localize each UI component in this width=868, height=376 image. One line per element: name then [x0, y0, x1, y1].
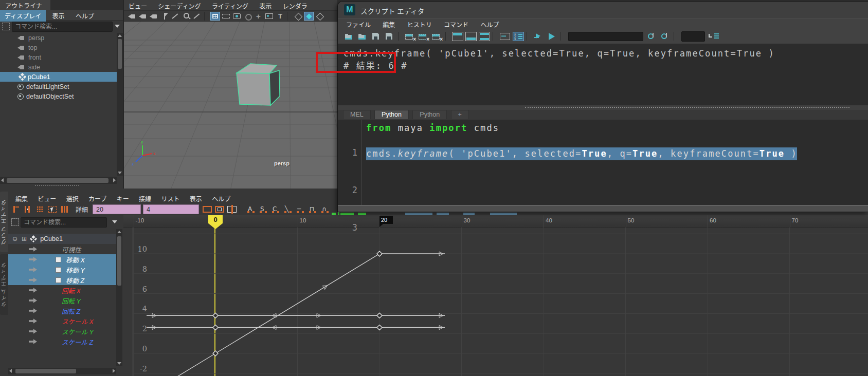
- tab-python-2[interactable]: Python: [412, 110, 447, 119]
- pen-icon[interactable]: [171, 12, 180, 21]
- channel-スケール Z[interactable]: スケール Z: [8, 336, 116, 347]
- code-line-2[interactable]: [366, 135, 868, 147]
- menu-help[interactable]: ヘルプ: [208, 193, 234, 204]
- tab-mel[interactable]: MEL: [343, 110, 371, 119]
- chevron-down-icon[interactable]: [115, 25, 120, 28]
- insert-key-icon[interactable]: [23, 205, 33, 214]
- menu-edit[interactable]: 編集: [11, 193, 32, 204]
- image-plane-icon[interactable]: [264, 12, 274, 21]
- tree-horizontal-scrollbar[interactable]: [8, 368, 116, 374]
- outliner-item-front[interactable]: front: [0, 52, 117, 62]
- outliner-item-defaultLightSet[interactable]: defaultLightSet: [0, 82, 117, 91]
- menu-help[interactable]: ヘルプ: [71, 10, 99, 22]
- curve-view[interactable]: [123, 228, 868, 376]
- spline-tangent-icon[interactable]: [259, 205, 269, 214]
- save-selected-icon[interactable]: [384, 32, 395, 41]
- key-pin-icon[interactable]: [29, 267, 37, 272]
- auto-tangent-icon[interactable]: [246, 205, 257, 214]
- move-key-icon[interactable]: [10, 205, 21, 214]
- filter-icon[interactable]: [2, 23, 10, 30]
- flat-tangent-icon[interactable]: [296, 205, 306, 214]
- tab-time-editor[interactable]: タイム エディタ: [0, 254, 8, 315]
- pane-splitter[interactable]: [338, 105, 868, 110]
- window-titlebar[interactable]: M スクリプト エディタ: [338, 2, 868, 18]
- tab-graph-editor[interactable]: グラフ エディタ: [0, 192, 8, 252]
- outliner-horizontal-scrollbar[interactable]: [0, 177, 117, 184]
- outliner-item-defaultObjectSet[interactable]: defaultObjectSet: [0, 91, 117, 101]
- stat-value-field[interactable]: [143, 204, 199, 214]
- scroll-right-icon[interactable]: [113, 178, 116, 182]
- grid-icon[interactable]: [210, 12, 220, 21]
- channel-移動 Y[interactable]: 移動 Y: [8, 265, 116, 275]
- time-ruler[interactable]: -10103040506070: [123, 215, 868, 228]
- region-select-icon[interactable]: [47, 205, 58, 214]
- clear-all-icon[interactable]: [431, 32, 443, 41]
- camera-icon[interactable]: [128, 12, 137, 21]
- tab-new[interactable]: +: [451, 110, 469, 119]
- key-pin-icon[interactable]: [29, 288, 37, 293]
- key-pin-icon[interactable]: [29, 339, 37, 344]
- outliner-item-pCube1[interactable]: pCube1: [0, 72, 117, 82]
- scrollbar-handle[interactable]: [7, 178, 109, 183]
- show-both-icon[interactable]: [479, 32, 490, 41]
- clamped-tangent-icon[interactable]: [271, 205, 281, 214]
- frame-playback-icon[interactable]: [214, 205, 225, 214]
- outliner-item-persp[interactable]: persp: [0, 33, 117, 43]
- scroll-down-icon[interactable]: [117, 362, 121, 365]
- code-input-pane[interactable]: 1 2 3 from maya import cmds cmds.keyfram…: [338, 120, 868, 205]
- menu-keys[interactable]: キー: [113, 193, 133, 204]
- clear-input-icon[interactable]: [418, 32, 429, 41]
- frame-all-icon[interactable]: [202, 205, 212, 214]
- menu-select[interactable]: 選択: [62, 193, 83, 204]
- code-line-1[interactable]: from maya import cmds: [366, 122, 868, 135]
- menu-show[interactable]: 表示: [186, 193, 206, 204]
- resolution-gate-icon[interactable]: [232, 12, 242, 21]
- details-button[interactable]: 詳細: [72, 204, 92, 215]
- step-tangent-icon[interactable]: [308, 205, 318, 214]
- goto-line-input[interactable]: [681, 31, 705, 42]
- keyframe-point[interactable]: [377, 325, 382, 330]
- collapse-icon[interactable]: ⊖: [12, 235, 17, 242]
- viewport-3d-view[interactable]: yxz persp: [124, 22, 337, 193]
- shaded-cube-icon[interactable]: [304, 12, 314, 21]
- cube-side-face[interactable]: [269, 70, 280, 105]
- scroll-left-icon[interactable]: [1, 178, 4, 182]
- splitter-grip[interactable]: [525, 107, 849, 108]
- outliner-item-side[interactable]: side: [0, 62, 117, 72]
- menu-edit[interactable]: 編集: [377, 18, 400, 30]
- menu-list[interactable]: リスト: [157, 193, 184, 204]
- cube-top-face[interactable]: [237, 64, 277, 73]
- open-script-icon[interactable]: [344, 32, 355, 41]
- tab-python-active[interactable]: Python: [374, 110, 409, 119]
- execute-all-icon[interactable]: [547, 32, 558, 41]
- film-gate-icon[interactable]: [221, 12, 231, 21]
- tree-vertical-scrollbar[interactable]: [116, 229, 122, 366]
- channel-スケール Y[interactable]: スケール Y: [8, 326, 116, 336]
- key-pin-icon[interactable]: [29, 277, 37, 283]
- code-line-3-selected[interactable]: cmds.keyframe( 'pCube1', selected=True, …: [366, 147, 797, 160]
- menu-show[interactable]: 表示: [48, 10, 69, 22]
- scrollbar-handle[interactable]: [117, 236, 121, 286]
- crosshair-icon[interactable]: [254, 12, 263, 21]
- menu-display[interactable]: ディスプレイ: [0, 10, 46, 22]
- scrollbar-handle[interactable]: [15, 369, 76, 373]
- filter-icon[interactable]: [11, 218, 19, 226]
- center-current-time-icon[interactable]: [227, 205, 237, 214]
- channel-回転 Z[interactable]: 回転 Z: [8, 306, 116, 316]
- line-numbers-icon[interactable]: [513, 32, 524, 41]
- window-bottom-frame[interactable]: [338, 205, 868, 212]
- clear-history-icon[interactable]: [405, 32, 416, 41]
- key-pin-icon[interactable]: [29, 257, 37, 262]
- cube-front-face[interactable]: [237, 73, 270, 105]
- menu-help[interactable]: ヘルプ: [475, 18, 504, 30]
- linear-tangent-icon[interactable]: [283, 205, 294, 214]
- channel-可視性[interactable]: 可視性: [8, 244, 116, 254]
- panel-resize-grip[interactable]: [35, 185, 79, 187]
- save-script-icon[interactable]: [371, 32, 382, 41]
- bookmark-icon[interactable]: [160, 12, 170, 21]
- scroll-up-icon[interactable]: [118, 34, 122, 37]
- stat-time-field[interactable]: [93, 204, 141, 214]
- camera-lock-icon[interactable]: [138, 12, 148, 21]
- echo-commands-icon[interactable]: [499, 32, 511, 41]
- key-pin-icon[interactable]: [29, 308, 37, 313]
